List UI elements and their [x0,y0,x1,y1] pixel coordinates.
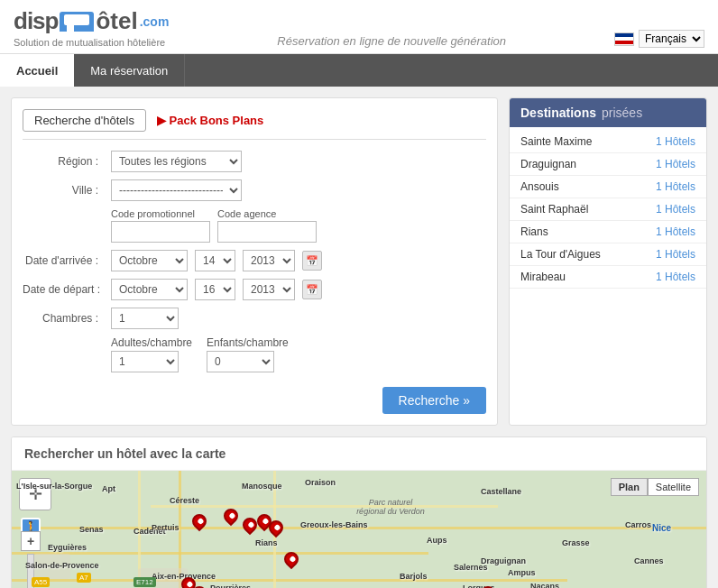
city-aups: Aups [427,536,447,545]
city-rians: Rians [255,538,278,547]
parc-label: Parc naturel régional du Verdon [354,498,427,516]
map-section: Rechercher un hôtel avec la carte Parc n… [11,436,707,588]
language-select[interactable]: Français English [639,30,704,48]
city-carros: Carros [625,520,651,529]
destination-count[interactable]: 1 Hôtels [656,158,695,170]
search-panel: Recherche d'hôtels Pack Bons Plans Régio… [11,97,498,426]
destination-item[interactable]: Rians 1 Hôtels [510,221,706,243]
pin-dot [247,521,254,528]
city-barjols: Barjols [400,572,428,581]
france-flag-icon [614,32,634,46]
code-agence-input[interactable] [217,221,317,243]
enfants-select[interactable]: 012 [207,351,274,372]
nav-label-reservation: Ma réservation [90,64,168,78]
departure-day-select[interactable]: 16 [195,279,235,300]
city-salon: Salon-de-Provence [25,561,99,570]
departure-calendar-icon[interactable]: 📅 [302,280,322,299]
pin-body [221,506,242,527]
city-oraison: Oraison [305,478,336,487]
city-manosque: Manosque [242,482,282,491]
destination-item[interactable]: La Tour d'Aigues 1 Hôtels [510,243,706,266]
map-pin[interactable] [284,552,299,570]
road-h4 [151,505,498,508]
header: disp ôtel .com Solution de mutualisation… [0,0,718,54]
destination-count[interactable]: 1 Hôtels [656,135,695,148]
map-container[interactable]: Parc naturel régional du Verdon ✛ 🚶 + − … [12,471,706,588]
logo-bed-icon [60,12,94,32]
map-plan-button[interactable]: Plan [611,478,648,496]
arrival-year-select[interactable]: 20132014 [243,250,295,271]
arrival-month-select[interactable]: OctobreNovembreDécembre [111,250,188,271]
search-button[interactable]: Recherche » [382,387,486,414]
destination-item[interactable]: Draguignan 1 Hôtels [510,153,706,176]
pin-dot [197,518,204,525]
city-senas: Senas [79,525,104,534]
chambres-row: Chambres : 123 [23,308,486,329]
chambres-select[interactable]: 123 [111,308,179,329]
region-label: Région : [23,155,104,168]
nav-item-accueil[interactable]: Accueil [0,54,74,87]
destination-item[interactable]: Saint Raphaël 1 Hôtels [510,198,706,221]
adultes-col: Adultes/chambre 123 [111,336,192,372]
tab-hotels[interactable]: Recherche d'hôtels [23,109,146,132]
departure-month-select[interactable]: OctobreNovembre [111,279,188,300]
tagline: Solution de mutualisation hôtelière [14,37,169,48]
road-h3 [12,579,567,582]
tab-pack-bons-plans[interactable]: Pack Bons Plans [157,114,263,127]
city-ampus: Ampus [508,568,536,577]
pin-dot [289,556,296,563]
destination-count[interactable]: 1 Hôtels [656,180,695,193]
code-agence-label: Code agence [217,208,317,219]
map-pin[interactable] [269,520,283,538]
road-h2 [12,552,428,555]
region-row: Région : Toutes les régions [23,151,486,172]
ville-select[interactable]: ----------------------------- [111,179,242,201]
destination-count[interactable]: 1 Hôtels [656,203,695,216]
map-pin[interactable] [192,514,207,532]
logo-com: .com [140,14,170,29]
nav-item-reservation[interactable]: Ma réservation [74,54,185,87]
logo-text-disp: disp [14,7,58,35]
destinations-panel: Destinations prisées Sainte Maxime 1 Hôt… [509,97,707,426]
ville-label: Ville : [23,184,104,197]
map-type-buttons: Plan Satellite [611,478,699,496]
lang-selector[interactable]: Français English [614,30,704,48]
arrival-day-select[interactable]: 14 [195,250,235,271]
pin-body [281,549,302,570]
map-pin[interactable] [243,518,257,536]
city-salernes: Salernes [454,563,488,572]
map-pin[interactable] [224,509,238,527]
search-btn-container: Recherche » [23,380,486,414]
city-nacans: Nacans [530,582,559,588]
pin-body [266,518,287,538]
city-apt: Apt [102,484,115,493]
departure-year-select[interactable]: 20132014 [243,279,295,300]
departure-row: Date de départ : OctobreNovembre 16 2013… [23,279,486,300]
destination-name: Saint Raphaël [520,203,588,216]
city-nice: Nice [652,523,671,533]
arrival-row: Date d'arrivée : OctobreNovembreDécembre… [23,250,486,271]
enfants-col: Enfants/chambre 012 [207,336,289,372]
region-select[interactable]: Toutes les régions [111,151,242,172]
adultes-select[interactable]: 123 [111,351,179,372]
arrival-calendar-icon[interactable]: 📅 [302,251,322,271]
arrival-label: Date d'arrivée : [23,254,104,267]
nav-label-accueil: Accueil [16,64,58,78]
map-satellite-button[interactable]: Satellite [648,478,699,496]
badge-a55: A55 [32,577,50,587]
city-eyguieres: Eyguières [48,543,87,552]
destination-item[interactable]: Mirabeau 1 Hôtels [510,266,706,289]
code-promo-input[interactable] [111,221,210,243]
destination-name: La Tour d'Aigues [520,248,601,261]
destination-item[interactable]: Ansouis 1 Hôtels [510,176,706,198]
destination-item[interactable]: Sainte Maxime 1 Hôtels [510,131,706,153]
search-tabs: Recherche d'hôtels Pack Bons Plans [23,109,486,140]
destination-count[interactable]: 1 Hôtels [656,225,695,238]
city-castellane: Castellane [481,487,521,496]
destination-count[interactable]: 1 Hôtels [656,271,695,283]
zoom-in-button[interactable]: + [21,531,41,551]
map-background [12,471,706,588]
destination-count[interactable]: 1 Hôtels [656,248,695,261]
code-promo-label: Code promotionnel [111,208,210,219]
ville-row: Ville : ----------------------------- [23,179,486,201]
